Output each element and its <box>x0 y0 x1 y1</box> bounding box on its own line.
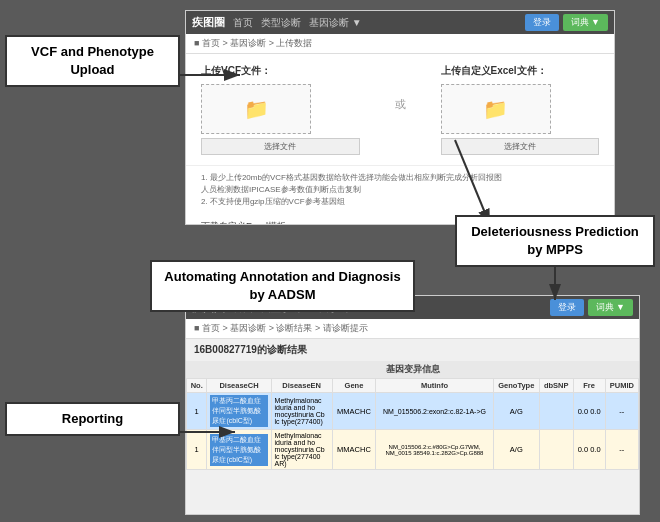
excel-upload-section: 上传自定义Excel文件： 📁 选择文件 <box>441 64 600 155</box>
cell-diseaseen-1: Methylmalonaciduria and homocystinuria C… <box>271 393 332 430</box>
dict-btn-top[interactable]: 词典 ▼ <box>563 14 608 31</box>
annotation-text: Automating Annotation and Diagnosis by A… <box>164 269 400 302</box>
excel-label: 上传自定义Excel文件： <box>441 64 600 78</box>
cell-no-2: 1 <box>187 430 207 470</box>
reporting-label: Reporting <box>5 402 180 436</box>
reporting-text: Reporting <box>62 411 123 426</box>
results-table-container: No. DiseaseCH DiseaseEN Gene Mutinfo Gen… <box>186 378 639 470</box>
cell-pumid-1: -- <box>605 393 638 430</box>
col-mutinfo: Mutinfo <box>376 379 494 393</box>
cell-gene-2: MMACHC <box>332 430 376 470</box>
col-fre: Fre <box>573 379 605 393</box>
cell-dbsnp-1 <box>539 393 573 430</box>
col-dbsnp: dbSNP <box>539 379 573 393</box>
table-row: 1 甲基丙二酸血症伴同型半胱氨酸尿症(cblC型) Methylmalonaci… <box>187 393 639 430</box>
cell-gene-1: MMACHC <box>332 393 376 430</box>
upload-area: 上传VCF文件： 📁 选择文件 或 上传自定义Excel文件： 📁 选择文件 <box>186 54 614 165</box>
bottom-btn-group: 登录 词典 ▼ <box>550 299 633 316</box>
notes-area: 1. 最少上传20mb的VCF格式基因数据给软件选择功能会做出相应判断完成分析回… <box>186 165 614 214</box>
vcf-upload-section: 上传VCF文件： 📁 选择文件 <box>201 64 360 155</box>
login-btn-top[interactable]: 登录 <box>525 14 559 31</box>
col-diseaseen: DiseaseEN <box>271 379 332 393</box>
nav-home-top[interactable]: 首页 <box>233 16 253 30</box>
cell-dbsnp-2 <box>539 430 573 470</box>
col-diseasech: DiseaseCH <box>207 379 271 393</box>
cell-fre-2: 0.0 0.0 <box>573 430 605 470</box>
cell-no-1: 1 <box>187 393 207 430</box>
top-panel: 疾图圈 首页 类型诊断 基因诊断 ▼ 登录 词典 ▼ ■ 首页 > 基因诊断 >… <box>185 10 615 225</box>
disease-ch-label-2: 甲基丙二酸血症伴同型半胱氨酸尿症(cblC型) <box>210 434 267 466</box>
cell-diseaseen-2: Methylmalonaciduria and homocystinuria C… <box>271 430 332 470</box>
folder-icon-2: 📁 <box>483 97 508 121</box>
table-body: 1 甲基丙二酸血症伴同型半胱氨酸尿症(cblC型) Methylmalonaci… <box>187 393 639 470</box>
table-row: 1 甲基丙二酸血症伴同型半胱氨酸尿症(cblC型) Methylmalonaci… <box>187 430 639 470</box>
results-table: No. DiseaseCH DiseaseEN Gene Mutinfo Gen… <box>186 378 639 470</box>
cell-pumid-2: -- <box>605 430 638 470</box>
deleteriousness-label: Deleteriousness Prediction by MPPS <box>455 215 655 267</box>
vcf-dropzone[interactable]: 📁 <box>201 84 311 134</box>
login-btn-bottom[interactable]: 登录 <box>550 299 584 316</box>
cell-diseasech-1: 甲基丙二酸血症伴同型半胱氨酸尿症(cblC型) <box>207 393 271 430</box>
col-no: No. <box>187 379 207 393</box>
vcf-upload-text: VCF and Phenotype Upload <box>31 44 154 77</box>
excel-dropzone[interactable]: 📁 <box>441 84 551 134</box>
nav-type-top[interactable]: 类型诊断 <box>261 16 301 30</box>
top-breadcrumb-text: ■ 首页 > 基因诊断 > 上传数据 <box>194 38 312 48</box>
nav-gene-top[interactable]: 基因诊断 ▼ <box>309 16 362 30</box>
vcf-upload-label: VCF and Phenotype Upload <box>5 35 180 87</box>
note-3: 2. 不支持使用gzip压缩的VCF参考基因组 <box>201 196 599 208</box>
folder-icon: 📁 <box>244 97 269 121</box>
top-logo: 疾图圈 <box>192 15 225 30</box>
bottom-panel: 疾图圈 首页 类型诊断 基因诊断 ▼ 登录 词典 ▼ ■ 首页 > 基因诊断 >… <box>185 295 640 515</box>
excel-select-btn[interactable]: 选择文件 <box>441 138 600 155</box>
table-header-row: No. DiseaseCH DiseaseEN Gene Mutinfo Gen… <box>187 379 639 393</box>
bottom-breadcrumb: ■ 首页 > 基因诊断 > 诊断结果 > 请诊断提示 <box>186 319 639 339</box>
vcf-label: 上传VCF文件： <box>201 64 360 78</box>
top-panel-nav: 疾图圈 首页 类型诊断 基因诊断 ▼ 登录 词典 ▼ <box>186 11 614 34</box>
col-pumid: PUMID <box>605 379 638 393</box>
cell-mutinfo-2: NM_015506.2:c.#80G>Cp.G7WM,NM_0015 38549… <box>376 430 494 470</box>
or-text: 或 <box>395 97 406 112</box>
vcf-select-btn[interactable]: 选择文件 <box>201 138 360 155</box>
cell-genotype-2: A/G <box>493 430 539 470</box>
top-breadcrumb: ■ 首页 > 基因诊断 > 上传数据 <box>186 34 614 54</box>
section-header: 基因变异信息 <box>186 361 639 378</box>
note-2: 人员检测数据IPICASE参考数值判断点击复制 <box>201 184 599 196</box>
cell-diseasech-2: 甲基丙二酸血症伴同型半胱氨酸尿症(cblC型) <box>207 430 271 470</box>
col-gene: Gene <box>332 379 376 393</box>
result-title: 16B00827719的诊断结果 <box>186 339 639 361</box>
top-btn-group: 登录 词典 ▼ <box>525 14 608 31</box>
cell-mutinfo-1: NM_015506.2:exon2:c.82-1A->G <box>376 393 494 430</box>
col-genotype: GenoType <box>493 379 539 393</box>
bottom-breadcrumb-text: ■ 首页 > 基因诊断 > 诊断结果 > 请诊断提示 <box>194 323 368 333</box>
annotation-label: Automating Annotation and Diagnosis by A… <box>150 260 415 312</box>
or-divider: 或 <box>390 97 411 112</box>
deleteriousness-text: Deleteriousness Prediction by MPPS <box>471 224 639 257</box>
cell-genotype-1: A/G <box>493 393 539 430</box>
disease-ch-label-1: 甲基丙二酸血症伴同型半胱氨酸尿症(cblC型) <box>210 395 267 427</box>
cell-fre-1: 0.0 0.0 <box>573 393 605 430</box>
note-1: 1. 最少上传20mb的VCF格式基因数据给软件选择功能会做出相应判断完成分析回… <box>201 172 599 184</box>
dict-btn-bottom[interactable]: 词典 ▼ <box>588 299 633 316</box>
